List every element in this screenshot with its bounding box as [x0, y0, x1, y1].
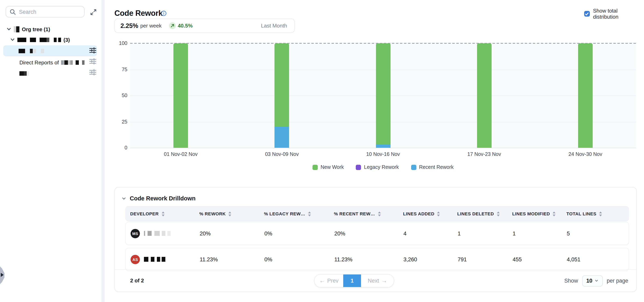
sort-icon[interactable] — [308, 211, 311, 216]
column-header-developer[interactable]: DEVELOPER — [130, 206, 165, 221]
tree-item-label: Org tree (1) — [22, 26, 50, 32]
bar-segment-new-work[interactable] — [275, 43, 289, 127]
legend-label: Legacy Rework — [364, 164, 399, 170]
drilldown-table: DEVELOPER% REWORK% LEGACY REW…% RECENT R… — [125, 206, 629, 271]
x-tick-label: 24 Nov-30 Nov — [549, 152, 622, 157]
column-header-total-lines[interactable]: TOTAL LINES — [566, 206, 602, 221]
redacted-block — [70, 60, 72, 65]
column-label: LINES DELETED — [457, 211, 494, 216]
x-axis-line — [130, 148, 636, 148]
table-cell: 0% — [264, 230, 272, 236]
avatar: AS — [130, 255, 140, 264]
chevron-down-icon[interactable] — [10, 37, 15, 42]
bar-17 Nov-23 Nov[interactable] — [477, 43, 492, 148]
tree-item-last[interactable] — [20, 69, 29, 78]
column-header-lines-modified[interactable]: LINES MODIFIED — [512, 206, 556, 221]
checkbox-label: Show total distribution — [593, 8, 644, 20]
bar-segment-new-work[interactable] — [174, 43, 188, 148]
search-placeholder: Search — [19, 9, 36, 15]
sort-icon[interactable] — [552, 211, 556, 216]
show-total-distribution-toggle[interactable]: Show total distribution — [584, 8, 644, 20]
bar-segment-recent-rework[interactable] — [275, 127, 289, 148]
page-title: Code Rework — [114, 9, 162, 18]
tree-item-org-tree[interactable]: Org tree (1) — [6, 25, 50, 34]
filter-sliders-icon[interactable] — [89, 69, 96, 76]
table-cell: 3,260 — [404, 256, 417, 262]
tree-item-group[interactable]: (3) — [10, 35, 70, 44]
sort-icon[interactable] — [161, 211, 165, 216]
current-page-button[interactable]: 1 — [344, 274, 361, 287]
table-cell: 5 — [567, 230, 570, 236]
legend-label: New Work — [320, 164, 344, 170]
column-header-lines-deleted[interactable]: LINES DELETED — [457, 206, 500, 221]
sort-icon[interactable] — [437, 211, 440, 216]
redacted-block — [144, 231, 145, 236]
bar-segment-recent-rework[interactable] — [376, 145, 390, 148]
filter-sliders-icon[interactable] — [89, 47, 96, 54]
redacted-block — [18, 49, 25, 53]
tree-item-direct-reports[interactable]: Direct Reports of — [20, 58, 84, 67]
redacted-name — [18, 49, 44, 53]
checkbox-checked-icon[interactable] — [584, 11, 590, 17]
sidebar: Search Org tree (1) (3) — [0, 0, 102, 302]
bar-01 Nov-02 Nov[interactable] — [174, 43, 188, 148]
sidebar-collapse-handle[interactable] — [0, 266, 4, 284]
table-row[interactable]: AS11.23%0%11.23%3,2607914554,051 — [125, 248, 629, 271]
sort-icon[interactable] — [378, 211, 381, 216]
sort-icon[interactable] — [496, 211, 500, 216]
chevron-down-icon[interactable] — [122, 196, 126, 201]
redacted-block — [61, 60, 64, 65]
column-header-recent-rew[interactable]: % RECENT REW… — [334, 206, 381, 221]
redacted-block — [20, 71, 24, 76]
filter-sliders-icon[interactable] — [89, 58, 96, 65]
redacted-block — [46, 38, 49, 42]
column-label: % RECENT REW… — [334, 211, 375, 216]
sort-icon[interactable] — [599, 211, 602, 216]
chevron-down-icon[interactable] — [6, 27, 11, 32]
tree-item-selected[interactable] — [3, 45, 97, 56]
page-size-dropdown[interactable]: 10 — [582, 275, 602, 286]
sort-icon[interactable] — [228, 211, 232, 216]
stat-card: 2.25% per week 40.5% Last Month — [114, 19, 295, 33]
redacted-block — [154, 231, 160, 236]
next-page-button[interactable]: Next→ — [361, 274, 394, 287]
redacted-name — [60, 60, 84, 65]
redacted-block — [58, 38, 61, 42]
column-header-legacy-rew[interactable]: % LEGACY REW… — [264, 206, 311, 221]
developer-cell: AS — [130, 255, 165, 264]
table-cell: 791 — [458, 256, 467, 262]
redacted-block — [24, 71, 27, 76]
bar-03 Nov-09 Nov[interactable] — [275, 43, 289, 148]
pagination: ←Prev 1 Next→ — [314, 274, 394, 287]
org-tree-icon — [14, 26, 20, 32]
bar-segment-new-work[interactable] — [578, 43, 593, 148]
panel-divider[interactable] — [102, 0, 105, 302]
legend-label: Recent Rework — [419, 164, 454, 170]
table-row[interactable]: MS20%0%20%4115 — [125, 222, 629, 245]
redacted-name — [18, 38, 61, 42]
search-input[interactable]: Search — [6, 6, 84, 18]
expand-panel-button[interactable] — [89, 9, 98, 17]
x-tick-label: 01 Nov-02 Nov — [144, 152, 217, 157]
bar-24 Nov-30 Nov[interactable] — [578, 43, 593, 148]
column-header-rework[interactable]: % REWORK — [199, 206, 232, 221]
redacted-name — [20, 71, 29, 76]
info-icon[interactable] — [161, 11, 166, 18]
prev-page-button[interactable]: ←Prev — [314, 274, 344, 287]
redacted-block — [167, 231, 170, 236]
table-cell: 1 — [458, 230, 461, 236]
table-footer: 2 of 2 ←Prev 1 Next→ Show 10 per page — [115, 269, 636, 291]
show-label: Show — [564, 278, 578, 284]
bar-10 Nov-16 Nov[interactable] — [376, 43, 390, 148]
redacted-block — [41, 49, 44, 53]
column-header-lines-added[interactable]: LINES ADDED — [403, 206, 440, 221]
legend-item-legacy-rework[interactable]: Legacy Rework — [356, 164, 399, 170]
redacted-developer-name — [144, 231, 170, 236]
stat-period: Last Month — [261, 23, 287, 29]
bar-segment-new-work[interactable] — [477, 43, 492, 148]
bar-segment-new-work[interactable] — [376, 43, 390, 145]
legend-item-recent-rework[interactable]: Recent Rework — [411, 164, 454, 170]
legend-swatch — [312, 165, 318, 170]
drilldown-header[interactable]: Code Rework Drilldown — [122, 195, 196, 202]
legend-item-new-work[interactable]: New Work — [312, 164, 344, 170]
